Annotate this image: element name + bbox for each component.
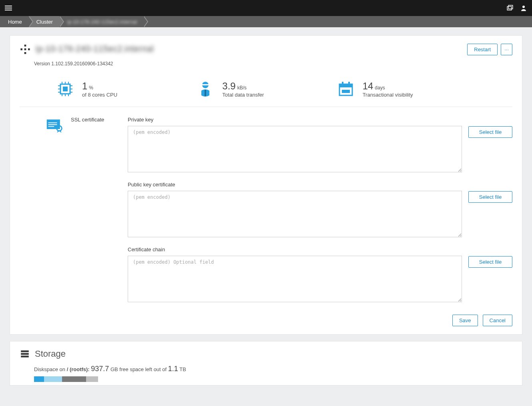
svg-rect-24 <box>205 90 206 96</box>
svg-rect-27 <box>342 82 343 85</box>
public-key-group: Public key certificate Select file <box>128 182 512 238</box>
svg-rect-3 <box>24 44 26 46</box>
transfer-unit: kB/s <box>237 85 247 91</box>
transfer-label: Total data transfer <box>222 92 264 98</box>
visibility-value: 14 <box>363 81 373 92</box>
cpu-value: 1 <box>82 81 87 92</box>
svg-rect-26 <box>339 84 352 87</box>
storage-panel: Storage Diskspace on / (rootfs): 937.7 G… <box>10 341 522 386</box>
svg-rect-29 <box>342 90 350 93</box>
ssl-section: SSL certificate Private key Select file <box>10 107 522 311</box>
svg-rect-1 <box>508 5 513 9</box>
svg-rect-28 <box>348 82 350 85</box>
storage-diskspace-line: Diskspace on / (rootfs): 937.7 GB free s… <box>34 365 512 373</box>
node-title: ip-10-176-240-115ec2.internal <box>36 44 154 54</box>
panel-header: ip-10-176-240-115ec2.internal Restart ··… <box>10 36 522 59</box>
storage-title: Storage <box>35 349 66 359</box>
version-label: Version 1.102.159.20160906-134342 <box>10 59 522 70</box>
svg-rect-4 <box>20 48 22 50</box>
disk-usage-bar <box>34 376 98 382</box>
calendar-icon <box>336 79 355 99</box>
node-icon <box>20 44 31 55</box>
svg-rect-6 <box>24 52 26 54</box>
cert-chain-select-file-button[interactable]: Select file <box>468 256 512 268</box>
cert-chain-group: Certificate chain Select file <box>128 246 512 303</box>
stats-row: 1% of 8 cores CPU 3.9kB/s Total data tra… <box>20 70 512 107</box>
save-button[interactable]: Save <box>452 315 478 326</box>
private-key-select-file-button[interactable]: Select file <box>468 126 512 138</box>
more-actions-button[interactable]: ··· <box>501 44 512 55</box>
disk-seg-free <box>86 376 98 382</box>
private-key-group: Private key Select file <box>128 117 512 174</box>
breadcrumb-home[interactable]: Home <box>0 16 28 27</box>
cpu-icon <box>56 79 75 99</box>
cancel-button[interactable]: Cancel <box>483 315 512 326</box>
stat-transfer: 3.9kB/s Total data transfer <box>196 79 336 99</box>
node-panel: ip-10-176-240-115ec2.internal Restart ··… <box>10 35 522 335</box>
svg-rect-32 <box>48 124 57 125</box>
disk-seg-used-primary <box>34 376 44 382</box>
ssl-form-actions: Save Cancel <box>10 311 522 334</box>
svg-rect-31 <box>48 123 57 123</box>
window-popout-icon[interactable] <box>506 4 514 12</box>
restart-button[interactable]: Restart <box>467 44 498 55</box>
topbar <box>0 0 532 16</box>
svg-rect-0 <box>507 6 512 10</box>
visibility-unit: days <box>375 85 385 91</box>
stat-cpu: 1% of 8 cores CPU <box>56 79 196 99</box>
svg-rect-9 <box>63 87 68 91</box>
disk-seg-used-secondary <box>44 376 62 382</box>
svg-rect-5 <box>28 48 30 50</box>
user-icon[interactable] <box>520 4 527 12</box>
certificate-icon <box>46 117 64 133</box>
public-key-select-file-button[interactable]: Select file <box>468 191 512 203</box>
disk-seg-other <box>62 376 86 382</box>
private-key-input[interactable] <box>128 126 462 172</box>
public-key-input[interactable] <box>128 191 462 237</box>
agent-icon <box>196 79 215 99</box>
cpu-label: of 8 cores CPU <box>82 92 117 98</box>
svg-rect-33 <box>48 126 54 127</box>
svg-point-2 <box>522 6 525 8</box>
topbar-right <box>506 4 527 12</box>
breadcrumb-node: ip-10-176-240-115ec2.internal <box>59 16 143 27</box>
svg-rect-7 <box>24 48 26 50</box>
svg-rect-36 <box>21 353 29 355</box>
stat-visibility: 14days Transactional visibility <box>336 79 476 99</box>
storage-icon <box>20 349 30 359</box>
public-key-label: Public key certificate <box>128 182 462 188</box>
svg-rect-23 <box>202 84 209 85</box>
transfer-value: 3.9 <box>222 81 235 92</box>
cert-chain-label: Certificate chain <box>128 246 462 252</box>
cert-chain-input[interactable] <box>128 256 462 302</box>
svg-rect-37 <box>21 356 29 357</box>
svg-rect-35 <box>21 350 29 352</box>
breadcrumb: Home Cluster ip-10-176-240-115ec2.intern… <box>0 16 532 27</box>
ssl-section-title: SSL certificate <box>71 117 104 311</box>
main-container: ip-10-176-240-115ec2.internal Restart ··… <box>0 27 532 400</box>
private-key-label: Private key <box>128 117 462 123</box>
hamburger-menu-icon[interactable] <box>5 4 13 12</box>
svg-rect-30 <box>47 119 60 129</box>
cpu-unit: % <box>89 85 93 91</box>
visibility-label: Transactional visibility <box>363 92 413 98</box>
